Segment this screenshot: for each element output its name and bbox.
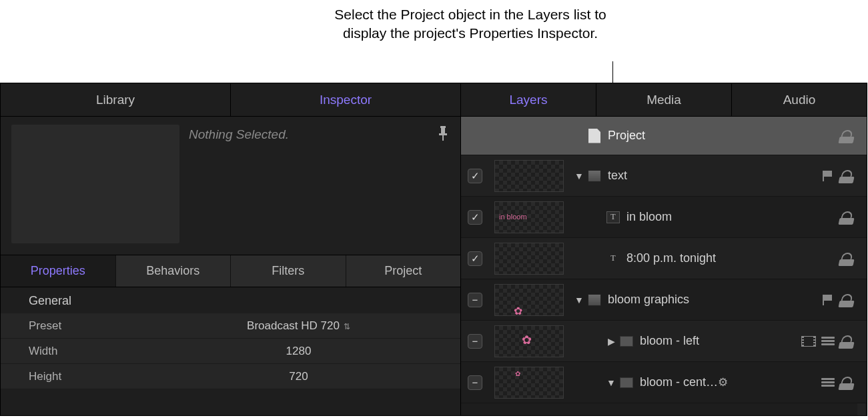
layer-row-project[interactable]: Project — [461, 117, 867, 155]
sub-tab-filters[interactable]: Filters — [231, 255, 346, 287]
property-row-preset[interactable]: Preset Broadcast HD 720⇅ — [1, 313, 460, 339]
sub-tab-project[interactable]: Project — [346, 255, 461, 287]
left-tab-row: Library Inspector — [1, 83, 460, 117]
layer-thumbnail — [494, 160, 564, 192]
visibility-checkbox[interactable] — [468, 293, 482, 307]
svg-rect-0 — [440, 126, 446, 128]
flag-icon[interactable] — [823, 171, 835, 181]
property-label: Height — [29, 370, 149, 383]
disclosure-icon[interactable]: ▶ — [606, 336, 616, 347]
group-icon — [588, 294, 601, 306]
tab-media[interactable]: Media — [596, 83, 732, 116]
layer-name[interactable]: bloom graphics — [608, 293, 817, 307]
inspector-preview: Nothing Selected. — [1, 117, 460, 255]
layer-row-text-time[interactable]: T 8:00 p.m. tonight — [461, 238, 867, 279]
group-icon — [588, 170, 601, 182]
layer-row-text-inbloom[interactable]: in bloom T in bloom — [461, 197, 867, 238]
layer-thumbnail: ✿ — [494, 325, 564, 357]
lock-icon[interactable] — [841, 253, 853, 264]
clip-icon — [620, 336, 633, 347]
properties-section-general: General — [1, 287, 460, 313]
svg-rect-1 — [441, 128, 445, 133]
tab-layers[interactable]: Layers — [461, 83, 596, 116]
layer-row-group-text[interactable]: ▼ text — [461, 155, 867, 197]
layer-row-clip-bloom-cent[interactable]: ✿ ▼ bloom - cent… ⚙ — [461, 362, 867, 403]
layer-thumbnail — [494, 243, 564, 275]
annotation-text: Select the Project object in the Layers … — [327, 5, 614, 43]
lock-icon[interactable] — [841, 212, 853, 223]
property-row-width[interactable]: Width 1280 — [1, 339, 460, 364]
layer-thumbnail: in bloom — [494, 201, 564, 233]
project-icon — [588, 130, 601, 142]
flag-icon[interactable] — [823, 295, 835, 305]
pin-icon[interactable] — [438, 126, 448, 141]
property-label: Width — [29, 345, 149, 358]
clip-icon — [620, 377, 633, 388]
layer-name[interactable]: bloom - left — [640, 334, 801, 348]
lock-icon[interactable] — [841, 171, 853, 181]
property-value-width[interactable]: 1280 — [149, 345, 448, 358]
preview-thumbnail — [11, 125, 179, 243]
property-value-preset[interactable]: Broadcast HD 720⇅ — [149, 319, 448, 333]
layer-name[interactable]: in bloom — [626, 210, 836, 224]
layer-name[interactable]: bloom - cent… — [640, 375, 718, 389]
layers-list[interactable]: Project ▼ text i — [461, 117, 867, 415]
inspector-pane: Library Inspector Nothing Selected. Prop… — [1, 83, 461, 415]
layer-name[interactable]: 8:00 p.m. tonight — [626, 251, 836, 265]
tab-audio[interactable]: Audio — [732, 83, 867, 116]
sub-tab-properties[interactable]: Properties — [1, 255, 116, 287]
property-label: Preset — [29, 319, 149, 333]
stack-icon[interactable] — [821, 337, 835, 346]
disclosure-icon[interactable]: ▼ — [606, 377, 616, 388]
visibility-checkbox[interactable] — [468, 210, 482, 225]
layer-row-clip-bloom-left[interactable]: ✿ ▶ bloom - left — [461, 321, 867, 362]
inspector-sub-tabs: Properties Behaviors Filters Project — [1, 255, 460, 287]
preview-status: Nothing Selected. — [189, 125, 289, 247]
preset-value-text: Broadcast HD 720 — [247, 319, 340, 332]
layers-pane: Layers Media Audio Project — [461, 83, 867, 415]
tab-library[interactable]: Library — [1, 83, 231, 116]
svg-rect-2 — [439, 133, 447, 135]
layer-name[interactable]: text — [608, 169, 817, 183]
stack-icon[interactable] — [821, 378, 835, 387]
layer-name[interactable]: Project — [608, 129, 836, 143]
app-window: Library Inspector Nothing Selected. Prop… — [0, 83, 867, 416]
lock-icon[interactable] — [841, 131, 853, 141]
visibility-checkbox[interactable] — [468, 251, 482, 266]
properties-panel: General Preset Broadcast HD 720⇅ Width 1… — [1, 287, 460, 415]
right-tab-row: Layers Media Audio — [461, 83, 867, 117]
layer-thumbnail: ✿ — [494, 284, 564, 316]
lock-icon[interactable] — [841, 295, 853, 305]
film-icon[interactable] — [801, 336, 816, 347]
text-layer-icon: T — [606, 253, 620, 265]
thumbnail-overlay-text: in bloom — [499, 213, 527, 221]
layer-thumbnail: ✿ — [494, 367, 564, 399]
tab-inspector[interactable]: Inspector — [231, 83, 460, 116]
property-row-height[interactable]: Height 720 — [1, 364, 460, 389]
visibility-checkbox[interactable] — [468, 334, 482, 349]
visibility-checkbox[interactable] — [468, 169, 482, 183]
svg-rect-3 — [442, 135, 444, 141]
text-layer-icon: T — [606, 211, 620, 223]
visibility-checkbox[interactable] — [468, 375, 482, 390]
sub-tab-behaviors[interactable]: Behaviors — [116, 255, 232, 287]
layer-row-group-bloom-graphics[interactable]: ✿ ▼ bloom graphics — [461, 279, 867, 321]
lock-icon[interactable] — [841, 336, 853, 347]
lock-icon[interactable] — [841, 377, 853, 388]
gear-icon[interactable]: ⚙ — [718, 375, 728, 389]
stepper-icon[interactable]: ⇅ — [344, 322, 350, 331]
disclosure-icon[interactable]: ▼ — [574, 171, 584, 181]
property-value-height[interactable]: 720 — [149, 370, 448, 383]
disclosure-icon[interactable]: ▼ — [574, 295, 584, 305]
